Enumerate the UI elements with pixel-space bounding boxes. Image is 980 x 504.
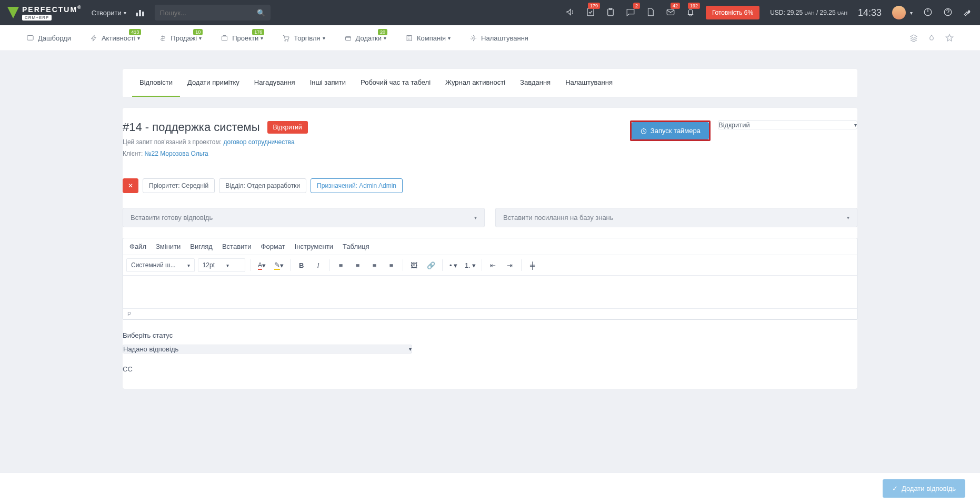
start-timer-button[interactable]: Запуск таймера bbox=[632, 122, 709, 139]
search-input[interactable] bbox=[160, 9, 257, 17]
editor-menubar: Файл Змінити Вигляд Вставити Формат Інст… bbox=[123, 238, 857, 255]
timer-label: Запуск таймера bbox=[651, 127, 701, 135]
editor-statusbar: P bbox=[123, 308, 857, 319]
clipboard-icon[interactable] bbox=[606, 7, 615, 18]
editor-body[interactable] bbox=[123, 276, 857, 308]
svg-point-9 bbox=[287, 40, 288, 41]
flame-icon[interactable] bbox=[927, 34, 936, 42]
tabs-card: Відповісти Додати примітку Нагадування І… bbox=[123, 69, 857, 97]
svg-rect-7 bbox=[222, 36, 227, 41]
ticket-title: #14 - поддержка системы bbox=[123, 120, 260, 134]
bell-icon[interactable]: 192 bbox=[686, 7, 695, 18]
align-justify-icon[interactable]: ≡ bbox=[384, 257, 399, 273]
mail-icon[interactable]: 42 bbox=[666, 7, 675, 18]
font-family-select[interactable]: Системний ш...▾ bbox=[126, 258, 195, 272]
nav-settings[interactable]: Налаштування bbox=[469, 34, 528, 42]
editor-menu-view[interactable]: Вигляд bbox=[190, 243, 213, 250]
tab-note[interactable]: Додати примітку bbox=[180, 69, 247, 97]
messages-icon[interactable]: 2 bbox=[626, 7, 635, 18]
chevron-down-icon: ▾ bbox=[847, 215, 849, 220]
nav-projects[interactable]: Проекти176▾ bbox=[221, 34, 263, 42]
logo[interactable]: PERFECTUM® CRM+ERP bbox=[7, 5, 82, 21]
editor-menu-tools[interactable]: Інструменти bbox=[295, 243, 333, 250]
nav-company[interactable]: Компанія▾ bbox=[405, 34, 451, 42]
svg-rect-11 bbox=[407, 35, 412, 41]
search-input-wrap[interactable]: 🔍 bbox=[155, 5, 271, 21]
status-select-value: Відкритий bbox=[718, 121, 750, 129]
rich-editor: Файл Змінити Вигляд Вставити Формат Інст… bbox=[123, 238, 857, 320]
editor-menu-insert[interactable]: Вставити bbox=[222, 243, 252, 250]
chevron-down-icon: ▾ bbox=[474, 215, 477, 220]
status-field-select[interactable]: Надано відповідь ▾ bbox=[123, 345, 412, 354]
power-icon[interactable] bbox=[923, 7, 933, 18]
editor-menu-edit[interactable]: Змінити bbox=[156, 243, 181, 250]
nav-dashboards[interactable]: Дашборди bbox=[26, 34, 71, 42]
number-list-icon[interactable]: 1. ▾ bbox=[463, 257, 478, 273]
editor-toolbar: Системний ш...▾ 12pt▾ A ▾ ✎ ▾ B I ≡ ≡ ≡ bbox=[123, 255, 857, 276]
nav-badge: 176 bbox=[252, 29, 264, 35]
nav-addons[interactable]: Додатки20▾ bbox=[344, 34, 386, 42]
editor-menu-table[interactable]: Таблиця bbox=[343, 243, 369, 250]
align-right-icon[interactable]: ≡ bbox=[367, 257, 383, 273]
bold-icon[interactable]: B bbox=[294, 257, 309, 273]
svg-rect-6 bbox=[27, 35, 33, 40]
nav-sales[interactable]: Продажі10▾ bbox=[159, 34, 202, 42]
help-icon[interactable] bbox=[943, 7, 953, 18]
star-icon[interactable] bbox=[945, 34, 954, 42]
italic-icon[interactable]: I bbox=[311, 257, 326, 273]
insert-reply-label: Вставити готову відповідь bbox=[131, 214, 213, 221]
nav-trade[interactable]: Торгівля▾ bbox=[282, 34, 325, 42]
ticket-status-select[interactable]: Відкритий ▾ bbox=[718, 120, 857, 129]
assigned-chip[interactable]: Призначений: Admin Admin bbox=[311, 178, 403, 193]
nav-activities[interactable]: Активності413▾ bbox=[90, 34, 140, 42]
clock: 14:33 bbox=[858, 7, 882, 18]
svg-rect-0 bbox=[587, 8, 594, 16]
bullet-list-icon[interactable]: • ▾ bbox=[446, 257, 462, 273]
insert-reply-select[interactable]: Вставити готову відповідь▾ bbox=[123, 208, 485, 227]
create-button[interactable]: Створити▾ bbox=[92, 9, 126, 17]
document-icon[interactable] bbox=[646, 7, 655, 18]
text-color-icon[interactable]: A ▾ bbox=[254, 257, 270, 273]
department-chip[interactable]: Відділ: Отдел разработки bbox=[219, 178, 306, 193]
image-icon[interactable]: 🖼 bbox=[406, 257, 422, 273]
ticket-chips: ✕ Пріоритет: Середній Відділ: Отдел разр… bbox=[123, 178, 857, 193]
highlight-color-icon[interactable]: ✎ ▾ bbox=[271, 257, 287, 273]
nav-label: Дашборди bbox=[38, 34, 71, 42]
editor-menu-format[interactable]: Формат bbox=[261, 243, 285, 250]
project-link[interactable]: договор сотрудничества bbox=[223, 138, 294, 146]
currency-rate: USD: 29.25 UAH / 29.25 UAH bbox=[770, 9, 847, 16]
client-link[interactable]: №22 Морозова Ольга bbox=[145, 150, 208, 157]
tab-reply[interactable]: Відповісти bbox=[132, 69, 180, 97]
chevron-down-icon: ▾ bbox=[854, 122, 857, 128]
user-menu[interactable]: ▾ bbox=[892, 6, 913, 19]
indent-icon[interactable]: ⇥ bbox=[502, 257, 518, 273]
font-size-select[interactable]: 12pt▾ bbox=[198, 258, 245, 272]
nav-label: Додатки bbox=[356, 34, 382, 42]
align-left-icon[interactable]: ≡ bbox=[333, 257, 349, 273]
remove-chip-button[interactable]: ✕ bbox=[123, 178, 138, 193]
tab-journal[interactable]: Журнал активності bbox=[438, 69, 513, 97]
align-center-icon[interactable]: ≡ bbox=[350, 257, 366, 273]
tab-remind[interactable]: Нагадування bbox=[247, 69, 303, 97]
stats-icon[interactable] bbox=[136, 9, 145, 16]
sound-icon[interactable] bbox=[566, 7, 575, 18]
insert-kb-select[interactable]: Вставити посилання на базу знань▾ bbox=[495, 208, 857, 227]
tab-worktime[interactable]: Робочий час та табелі bbox=[353, 69, 438, 97]
editor-menu-file[interactable]: Файл bbox=[129, 243, 146, 250]
layers-icon[interactable] bbox=[909, 34, 918, 42]
logo-text: PERFECTUM bbox=[22, 5, 77, 14]
link-icon[interactable]: 🔗 bbox=[423, 257, 439, 273]
tab-tasks[interactable]: Завдання bbox=[513, 69, 558, 97]
tab-other[interactable]: Інші запити bbox=[303, 69, 353, 97]
tasks-badge: 179 bbox=[588, 3, 600, 9]
cc-label: CC bbox=[123, 365, 857, 373]
outdent-icon[interactable]: ⇤ bbox=[485, 257, 501, 273]
nav-label: Торгівля bbox=[294, 34, 320, 42]
priority-chip[interactable]: Пріоритет: Середній bbox=[143, 178, 215, 193]
pagebreak-icon[interactable]: ╪ bbox=[525, 257, 541, 273]
readiness-button[interactable]: Готовність 6% bbox=[706, 6, 759, 19]
tasks-icon[interactable]: 179 bbox=[586, 7, 595, 18]
nav-label: Налаштування bbox=[481, 34, 528, 42]
tab-options[interactable]: Налаштування bbox=[558, 69, 620, 97]
wrench-icon[interactable] bbox=[963, 7, 973, 18]
